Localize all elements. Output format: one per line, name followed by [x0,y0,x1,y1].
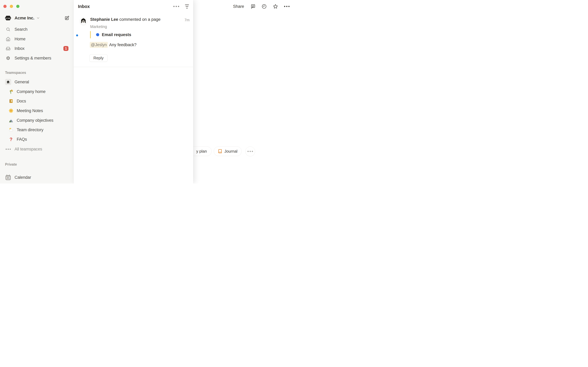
inbox-filter-icon[interactable] [185,4,189,8]
inbox-tray-icon [5,45,11,51]
search-icon [5,26,11,33]
snow-capped-mountain-icon [9,118,14,123]
sidebar-item-company-home[interactable]: Company home [0,87,73,96]
house-solid-icon [5,79,11,85]
notification-time: 7m [184,18,190,22]
sidebar-item-calendar[interactable]: 21 Calendar [0,173,73,182]
chevron-down-icon [36,16,40,20]
sidebar-item-label: Home [15,37,26,42]
sidebar-item-meeting-notes[interactable]: Meeting Notes [0,107,73,115]
blossom-icon [9,108,14,113]
gear-icon [5,55,11,61]
comment-text: @Jeslyn Any feedback? [90,42,137,48]
quote-bar [90,31,91,38]
sidebar-item-docs[interactable]: Docs [0,97,73,105]
sidebar-item-team-directory[interactable]: Team directory [0,126,73,134]
sidebar-item-label: All teamspaces [15,147,42,151]
pill-label: Journal [224,149,237,154]
sidebar-item-label: Team directory [17,127,43,132]
sidebar-item-company-objectives[interactable]: Company objectives [0,116,73,125]
share-button[interactable]: Share [233,4,244,9]
breadcrumb: Marketing [90,25,107,29]
svg-text:ACME: ACME [5,17,10,19]
sidebar-item-label: Company home [17,89,45,94]
action-text: commented on a page [118,17,160,22]
new-page-icon[interactable] [64,16,69,20]
page-topbar: Share [193,0,294,13]
workspace-name: Acme Inc. [15,16,35,20]
tan-notebook-icon [9,99,14,104]
ellipsis-icon [5,146,11,152]
author-name: Stephanie Lee [90,17,118,22]
comment-body: Any feedback? [109,42,137,47]
journal-pill-button[interactable]: Journal [214,147,242,156]
cyclone-icon [95,32,100,37]
sidebar-item-label: Docs [17,99,26,104]
sidebar-item-label: Search [15,27,27,32]
avatar [80,17,87,25]
app-window: ACME Acme Inc. Search [0,0,294,184]
private-section-header: Private [5,162,17,167]
workspace-logo-icon: ACME [5,16,11,20]
inbox-more-icon[interactable] [173,6,179,7]
unread-dot [76,34,78,36]
inbox-title: Inbox [78,4,90,9]
teamspaces-section-header: Teamspaces [5,71,26,75]
window-controls [3,5,19,8]
close-window-button[interactable] [3,5,7,8]
rice-sheaf-icon [9,89,14,94]
inbox-popover: Inbox Steph [74,0,193,184]
divider [74,67,193,67]
sidebar-item-search[interactable]: Search [0,25,73,33]
red-question-mark-icon: ? [9,137,14,142]
sidebar-item-label: Company objectives [17,118,53,123]
sidebar-item-label: Settings & members [15,56,51,60]
favorite-star-icon[interactable] [273,4,278,9]
ellipsis-icon [247,151,253,152]
notification-item[interactable]: Stephanie Lee commented on a page 7m Mar… [74,15,193,67]
history-clock-icon[interactable] [261,4,267,9]
more-pills-button[interactable] [245,147,255,156]
sidebar-item-settings[interactable]: Settings & members [0,54,73,62]
notification-title: Stephanie Lee commented on a page [90,17,160,22]
sidebar-item-label: General [15,80,29,84]
sidebar-item-faqs[interactable]: ? FAQs [0,135,73,143]
pill-label: y plan [196,149,207,154]
calendar-icon: 21 [5,174,11,180]
sidebar-item-general[interactable]: General [0,78,73,86]
sidebar-item-label: Calendar [15,175,31,180]
orange-book-icon [218,149,222,153]
sidebar-item-home[interactable]: Home [0,35,73,43]
comments-icon[interactable] [250,4,255,9]
sun-behind-cloud-icon [9,127,14,133]
page-reference[interactable]: Email requests [90,31,131,39]
house-icon [5,36,11,42]
page-title: Email requests [102,33,131,37]
sidebar-item-inbox[interactable]: Inbox 1 [0,44,73,53]
inbox-header: Inbox [74,3,193,10]
more-options-icon[interactable] [284,4,289,9]
inbox-unread-badge: 1 [63,46,69,51]
sidebar-item-label: Inbox [15,46,25,51]
sidebar-item-label: FAQs [17,137,27,142]
minimize-window-button[interactable] [10,5,13,8]
workspace-switcher[interactable]: ACME Acme Inc. [0,14,73,22]
sidebar: ACME Acme Inc. Search [0,0,74,184]
zoom-window-button[interactable] [16,5,19,8]
reply-button[interactable]: Reply [89,54,107,62]
mention-chip[interactable]: @Jeslyn [90,42,108,48]
sidebar-item-label: Meeting Notes [17,108,43,113]
sidebar-item-all-teamspaces[interactable]: All teamspaces [0,145,73,153]
